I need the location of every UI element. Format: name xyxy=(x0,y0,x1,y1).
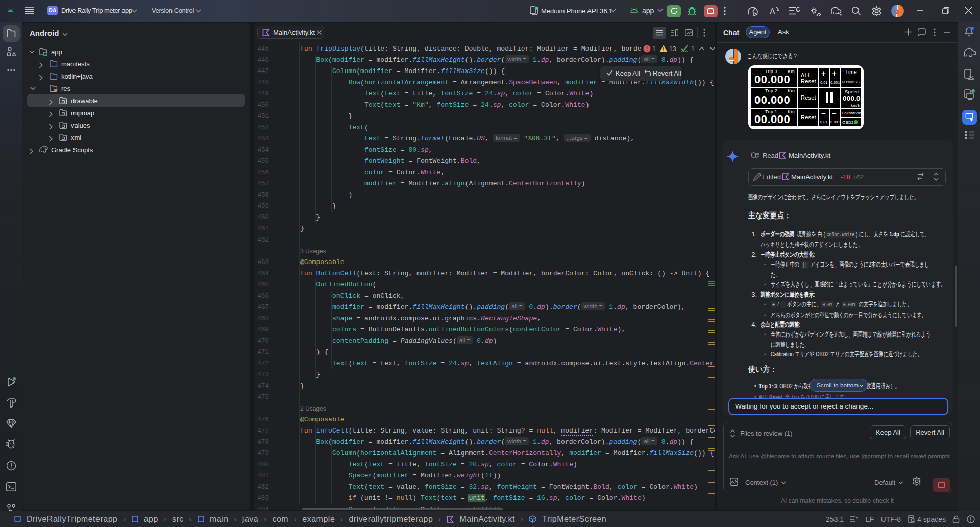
svg-text:!: ! xyxy=(646,46,648,52)
svg-text:A: A xyxy=(770,7,775,16)
